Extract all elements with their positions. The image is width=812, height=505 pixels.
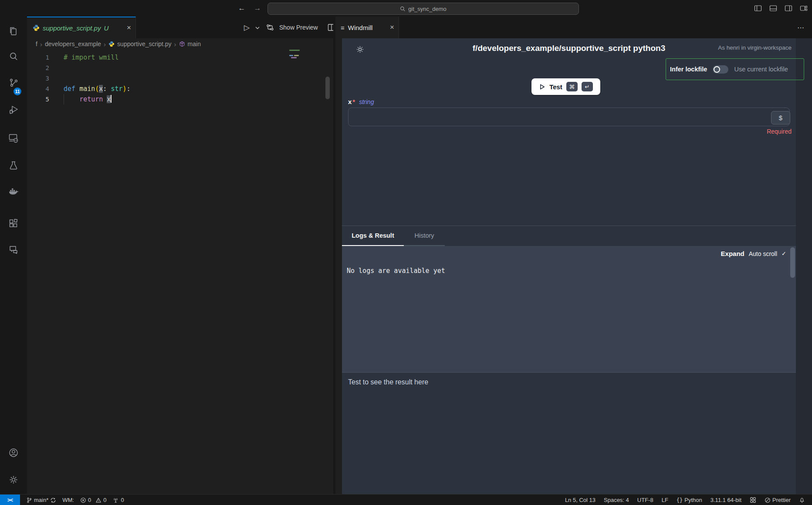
remote-indicator[interactable]: >< [0, 495, 20, 505]
extension-status-icon[interactable] [750, 497, 756, 503]
git-branch-icon [26, 497, 32, 503]
logs-controls: Expand Auto scroll ✓ [721, 250, 786, 257]
expand-button[interactable]: Expand [721, 250, 744, 257]
problems-item[interactable]: 0 0 [80, 497, 106, 503]
nav-forward-icon[interactable]: → [252, 3, 263, 13]
lockfile-toggle[interactable] [713, 65, 728, 74]
ports-count: 0 [121, 497, 124, 503]
python-file-icon [33, 24, 40, 31]
search-sidebar-icon[interactable] [8, 51, 19, 62]
wm-status-item[interactable]: WM: [62, 497, 74, 503]
test-button[interactable]: Test ⌘ ↵ [531, 78, 600, 95]
result-placeholder: Test to see the result here [348, 378, 428, 386]
branch-item[interactable]: main* [26, 497, 56, 503]
arg-type: string [359, 98, 374, 105]
prettier-item[interactable]: Prettier [765, 497, 791, 503]
breadcrumb: f › developers_example › supportive_scri… [27, 38, 342, 50]
run-python-file-button[interactable]: ▷ [244, 17, 250, 38]
breadcrumb-root[interactable]: f [36, 40, 37, 47]
arg-name: x [348, 98, 352, 105]
webview-scrollbar-gutter[interactable] [796, 38, 812, 494]
run-debug-icon[interactable] [8, 104, 19, 115]
customize-layout-icon[interactable] [800, 4, 808, 12]
tab-logs-result[interactable]: Logs & Result [342, 226, 404, 246]
warning-count: 0 [103, 497, 106, 503]
search-value: git_sync_demo [408, 6, 446, 12]
testing-flask-icon[interactable] [8, 160, 19, 171]
minimap-mark [291, 57, 297, 58]
code-line-1: # import wmill [64, 52, 118, 63]
breadcrumb-separator: › [174, 40, 176, 48]
language-mode-item[interactable]: {}Python [677, 497, 702, 503]
title-bar: ← → git_sync_demo [0, 0, 812, 17]
autoscroll-label[interactable]: Auto scroll [749, 250, 777, 257]
breadcrumb-file[interactable]: supportive_script.py [117, 40, 172, 47]
cursor-position-item[interactable]: Ln 5, Col 13 [565, 497, 595, 503]
remote-explorer-icon[interactable] [8, 132, 19, 144]
toggle-knob [714, 66, 720, 73]
argument-label-row: x* string [348, 98, 374, 105]
sync-icon [50, 497, 56, 503]
check-icon: ✓ [782, 250, 786, 257]
tab-windmill[interactable]: ≡ Windmill × [335, 17, 399, 38]
eol-item[interactable]: LF [662, 497, 668, 503]
line-number: 2 [27, 63, 49, 73]
indent-guide [64, 94, 64, 104]
lockfile-option-box: Infer lockfile Use current lockfile [666, 58, 804, 80]
run-dropdown-chevron-icon[interactable] [255, 26, 260, 30]
branch-label: main* [34, 497, 48, 503]
toggle-sidebar-left-icon[interactable] [754, 4, 762, 12]
ports-item[interactable]: 0 [112, 497, 124, 503]
interpreter-item[interactable]: 3.11.1 64-bit [710, 497, 741, 503]
run-context-label: As henri in virgin-workspace [718, 44, 792, 51]
minimap-mark [289, 50, 300, 51]
activity-bar: 11 [0, 17, 27, 494]
python-file-icon [108, 41, 115, 47]
scm-badge: 11 [14, 88, 21, 95]
error-icon [80, 497, 86, 503]
settings-gear-icon[interactable] [8, 474, 19, 485]
nav-back-icon[interactable]: ← [237, 3, 247, 13]
minimap-mark [289, 55, 293, 56]
toggle-panel-bottom-icon[interactable] [769, 4, 777, 12]
breadcrumb-folder[interactable]: developers_example [45, 40, 101, 47]
notifications-bell-icon[interactable] [799, 497, 805, 503]
source-control-icon[interactable] [8, 77, 19, 88]
show-preview-button[interactable]: Show Preview [279, 17, 318, 38]
search-icon [400, 6, 406, 12]
required-validation-message: Required [767, 128, 792, 135]
open-changes-icon[interactable] [266, 23, 274, 32]
code-line-5: return x [64, 94, 112, 104]
text-cursor [111, 95, 112, 103]
code-editor[interactable]: 1 2 3 4 5 # import wmill def main(x: str… [27, 50, 333, 494]
windmill-list-icon: ≡ [341, 24, 345, 31]
extensions-icon[interactable] [8, 218, 19, 229]
explorer-icon[interactable] [8, 26, 19, 37]
tab-close-icon[interactable]: × [127, 24, 131, 32]
breadcrumb-symbol[interactable]: main [188, 40, 201, 47]
status-bar: >< main* WM: 0 0 0 Ln 5, Col 13 Spaces: … [0, 494, 812, 505]
comments-icon[interactable] [8, 244, 19, 255]
tab-history[interactable]: History [404, 226, 445, 246]
editor-scrollbar[interactable] [325, 77, 330, 99]
encoding-item[interactable]: UTF-8 [637, 497, 653, 503]
windmill-panel: f/developers_example/supportive_script p… [335, 38, 812, 494]
expression-dollar-button[interactable]: $ [771, 111, 790, 125]
line-number: 3 [27, 73, 49, 84]
indentation-item[interactable]: Spaces: 4 [604, 497, 629, 503]
symbol-method-cube-icon [179, 41, 185, 47]
radio-tower-icon [112, 497, 119, 503]
docker-icon[interactable] [8, 186, 19, 197]
tab-supportive-script[interactable]: supportive_script.py U × [27, 17, 136, 38]
account-icon[interactable] [8, 447, 19, 458]
git-status-badge: U [104, 24, 108, 32]
arg-x-input[interactable] [348, 108, 790, 126]
toggle-sidebar-right-icon[interactable] [785, 4, 792, 12]
tab-label: supportive_script.py [43, 24, 101, 32]
logs-result-tabbar: Logs & Result History [342, 226, 445, 246]
kbd-cmd-icon: ⌘ [566, 82, 578, 91]
command-center-search[interactable]: git_sync_demo [267, 3, 579, 15]
windmill-more-actions-icon[interactable]: ⋯ [797, 17, 805, 38]
logs-scrollbar[interactable] [790, 247, 795, 278]
tab-close-icon[interactable]: × [390, 23, 394, 32]
